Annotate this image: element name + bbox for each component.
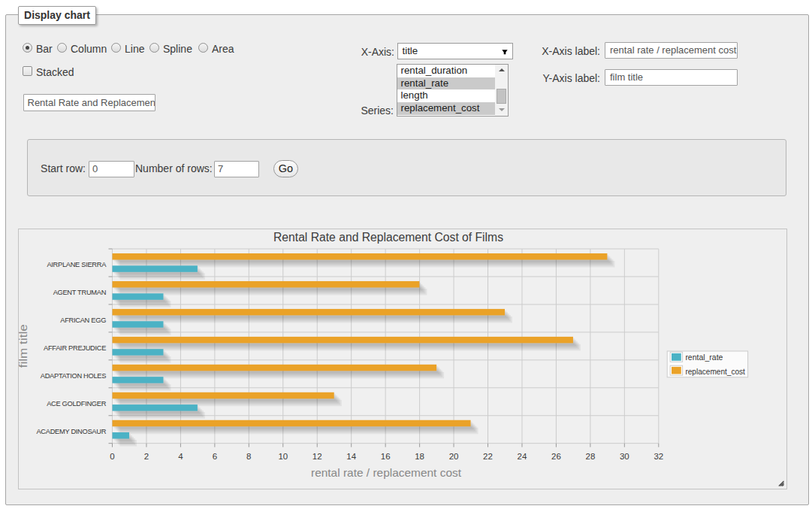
svg-text:rental_rate: rental_rate	[685, 353, 723, 362]
svg-text:AGENT TRUMAN: AGENT TRUMAN	[53, 289, 106, 296]
svg-text:16: 16	[381, 452, 391, 461]
svg-text:10: 10	[278, 452, 288, 461]
svg-text:AIRPLANE SIERRA: AIRPLANE SIERRA	[47, 261, 107, 268]
svg-text:ADAPTATION HOLES: ADAPTATION HOLES	[41, 372, 106, 380]
svg-text:26: 26	[551, 452, 561, 461]
svg-text:6: 6	[213, 452, 217, 461]
svg-text:32: 32	[654, 452, 663, 461]
svg-text:12: 12	[312, 452, 322, 461]
svg-text:0: 0	[110, 452, 114, 461]
svg-text:rental rate / replacement cost: rental rate / replacement cost	[311, 466, 462, 479]
svg-text:Rental Rate and Replacement Co: Rental Rate and Replacement Cost of Film…	[273, 231, 503, 244]
svg-text:AFFAIR PREJUDICE: AFFAIR PREJUDICE	[44, 344, 106, 352]
svg-text:20: 20	[449, 452, 459, 461]
svg-text:replacement_cost: replacement_cost	[685, 367, 745, 376]
svg-text:4: 4	[178, 452, 183, 461]
svg-text:18: 18	[415, 452, 424, 461]
svg-text:14: 14	[346, 452, 356, 461]
svg-text:28: 28	[585, 452, 595, 461]
svg-text:ACE GOLDFINGER: ACE GOLDFINGER	[47, 400, 107, 407]
svg-text:film title: film title	[19, 324, 29, 368]
svg-text:30: 30	[620, 452, 629, 461]
svg-text:ACADEMY DINOSAUR: ACADEMY DINOSAUR	[36, 428, 106, 435]
svg-text:22: 22	[483, 452, 493, 461]
svg-text:AFRICAN EGG: AFRICAN EGG	[60, 317, 106, 324]
svg-text:2: 2	[144, 452, 149, 461]
svg-text:8: 8	[246, 452, 251, 461]
svg-text:24: 24	[518, 452, 527, 461]
